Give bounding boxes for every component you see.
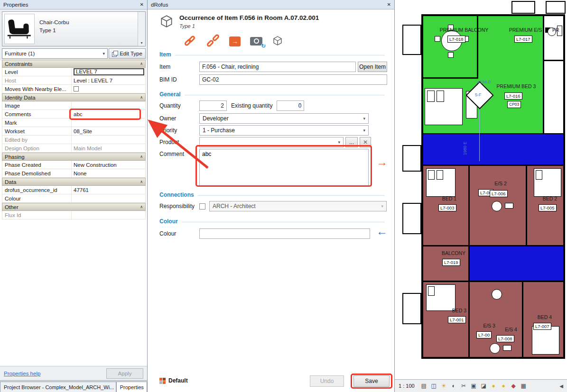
mark-value[interactable] — [72, 119, 145, 127]
bim-id-input[interactable] — [199, 74, 387, 85]
priority-dropdown[interactable]: 1 - Purchase ▾ — [199, 125, 369, 136]
wall — [544, 60, 563, 61]
room-name: E/S 4 — [500, 327, 522, 332]
colour-input[interactable] — [199, 228, 370, 239]
properties-titlebar[interactable]: Properties ✕ — [0, 0, 147, 9]
default-icon — [159, 378, 166, 384]
pillow — [536, 170, 542, 180]
type-dropdown-strip[interactable]: ▾ — [138, 12, 145, 46]
chevron-down-icon: ▾ — [360, 128, 365, 133]
comments-value[interactable]: abc — [72, 110, 145, 118]
row-flux-id: Flux Id — [2, 211, 146, 219]
tab-project-browser[interactable]: Project Browser - Complex_Model_ARCH_Wi.… — [0, 382, 116, 392]
temporary-view-properties-icon[interactable]: ◆ — [510, 383, 517, 389]
phase-created-value[interactable]: New Construction — [72, 161, 145, 169]
section-header-phasing[interactable]: Phasing ∧ — [2, 153, 146, 161]
worksharing-display-icon[interactable]: ● — [500, 383, 507, 389]
properties-title: Properties — [3, 2, 28, 8]
camera-refresh-icon[interactable]: ↻ — [250, 37, 262, 46]
unlink-icon[interactable] — [206, 36, 220, 47]
apply-button[interactable]: Apply — [106, 368, 143, 379]
comment-textarea[interactable]: abc — [199, 149, 369, 186]
workset-value[interactable]: 08_Site — [72, 127, 145, 135]
corridor-lower[interactable] — [468, 246, 563, 282]
sync-view-icon[interactable]: → — [229, 36, 241, 46]
edit-type-button[interactable]: Edit Type — [109, 48, 146, 59]
item-input[interactable] — [199, 62, 356, 72]
section-marker-text: 5-F — [475, 92, 482, 97]
link-icon[interactable] — [184, 36, 197, 47]
image-label: Image — [2, 101, 72, 109]
pillow — [428, 286, 435, 296]
push-arrow-icon[interactable]: → — [376, 157, 388, 167]
reveal-hidden-icon[interactable]: ● — [490, 383, 497, 389]
crop-view-icon[interactable]: ✂ — [460, 383, 467, 389]
phase-demolished-value[interactable]: None — [72, 169, 145, 177]
row-host: Host Level : LEVEL 7 — [2, 76, 146, 85]
scroll-left-icon[interactable]: ◀ — [559, 383, 563, 389]
room-number-tag: L7-006 — [490, 190, 508, 197]
undo-button[interactable]: Undo — [310, 375, 344, 387]
room-number-tag: L7-018 — [447, 36, 465, 43]
drofus-toolbar: → ↻ — [184, 34, 283, 48]
tab-properties[interactable]: Properties — [116, 382, 147, 392]
close-icon[interactable]: ✕ — [387, 2, 391, 7]
properties-help-link[interactable]: Properties help — [4, 371, 40, 376]
bim-id-label: BIM ID — [159, 76, 199, 83]
colour-value[interactable] — [72, 194, 145, 202]
occurrence-id-value[interactable]: 47761 — [72, 186, 145, 194]
section-header-data[interactable]: Data ∧ — [2, 178, 146, 186]
save-button[interactable]: Save — [353, 375, 390, 387]
occurrence-heading: Occurrence of Item F.056 in Room A.07.02… — [179, 14, 319, 21]
drofus-titlebar[interactable]: dRofus ✕ — [148, 0, 394, 9]
open-item-button[interactable]: Open Item — [358, 62, 387, 72]
product-clear-button[interactable]: ✕ — [360, 137, 371, 147]
room-name: PREMIUM BALCONY — [431, 27, 497, 33]
visual-style-icon[interactable]: ◫ — [430, 383, 437, 389]
responsibility-dropdown[interactable]: ARCH - Architect ▾ — [209, 201, 387, 211]
corridor-upper[interactable] — [423, 134, 563, 165]
row-design-option: Design Option Main Model — [2, 144, 146, 153]
scale-indicator[interactable]: 1 : 100 — [399, 383, 415, 389]
quantity-label: Quantity — [159, 102, 199, 109]
analytical-toggle-icon[interactable]: ▦ — [520, 383, 527, 389]
quantity-input[interactable] — [199, 100, 227, 111]
room-name: PREMIUM BED 3 — [488, 83, 545, 89]
show-crop-icon[interactable]: ▣ — [470, 383, 477, 389]
type-variant: Type 1 — [39, 27, 69, 35]
sun-path-icon[interactable]: ☀ — [440, 383, 447, 389]
product-browse-button[interactable]: ... — [345, 137, 358, 147]
room-name: BALCONY — [436, 250, 472, 256]
basin — [505, 203, 513, 209]
existing-quantity-input[interactable] — [277, 100, 304, 111]
product-dropdown[interactable]: ▾ — [199, 137, 344, 147]
section-header-other[interactable]: Other ∧ — [2, 203, 146, 211]
pull-arrow-icon[interactable]: ← — [376, 227, 388, 236]
category-dropdown[interactable]: Furniture (1) ▾ — [2, 48, 108, 59]
section-header-constraints[interactable]: Constraints ∧ — [2, 60, 146, 68]
sync-arrow-glyph: → — [232, 38, 238, 45]
temporary-hide-icon[interactable]: ◪ — [480, 383, 487, 389]
type-selector[interactable]: Chair-Corbu Type 1 ▾ — [2, 11, 146, 46]
default-indicator: Default — [159, 377, 188, 384]
shadows-icon[interactable]: ◐ — [450, 383, 457, 389]
wall — [423, 245, 563, 246]
roof-box — [546, 1, 566, 14]
close-icon[interactable]: ✕ — [140, 2, 144, 7]
floor-plan-view[interactable]: 5-F 4194.0 1980 E PREMIUM BALCONY L7-018… — [395, 0, 567, 392]
wall — [423, 77, 478, 79]
section-header-identity-data[interactable]: Identity Data ∧ — [2, 93, 146, 101]
image-value[interactable] — [72, 101, 145, 109]
wall — [423, 133, 563, 134]
responsibility-checkbox[interactable] — [199, 203, 205, 210]
priority-row: Priority 1 - Purchase ▾ — [159, 125, 369, 136]
detail-level-icon[interactable]: ▤ — [420, 383, 428, 389]
room-name: PREMIUM E/S — [503, 27, 548, 33]
room-number-tag: L7-016 — [504, 92, 522, 100]
owner-dropdown[interactable]: Developer ▾ — [199, 113, 369, 124]
model-box-icon[interactable] — [272, 35, 283, 48]
moves-checkbox[interactable] — [74, 86, 79, 91]
chevron-down-icon: ▾ — [378, 204, 383, 209]
pillow — [437, 91, 444, 102]
level-value[interactable]: LEVEL 7 — [74, 68, 144, 75]
